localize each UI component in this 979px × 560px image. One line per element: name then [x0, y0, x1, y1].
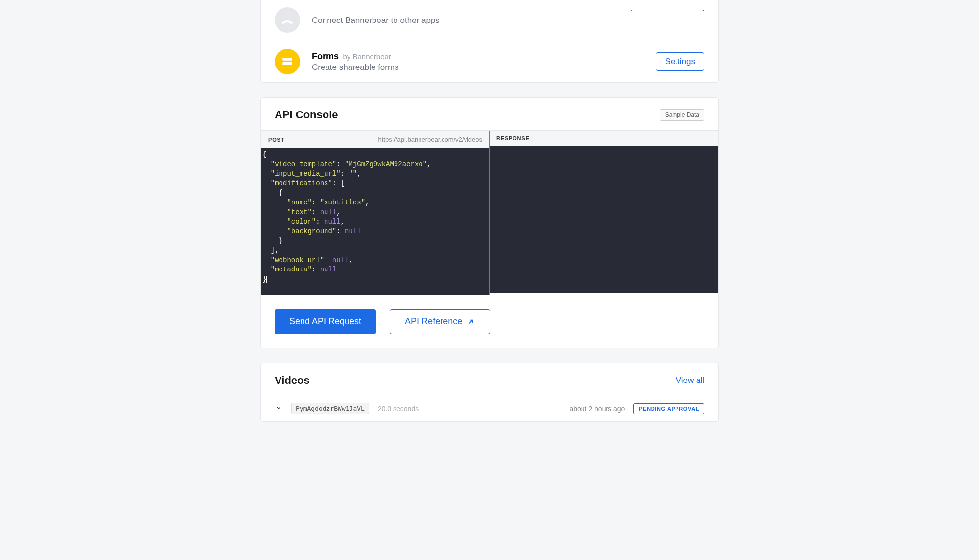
request-url: https://api.bannerbear.com/v2/videos	[378, 136, 482, 143]
forms-subtitle: Create shareable forms	[312, 63, 399, 72]
view-all-link[interactable]: View all	[676, 376, 704, 385]
metadata-value: null	[320, 266, 337, 273]
connect-subtitle: Connect Bannerbear to other apps	[312, 16, 440, 25]
request-body-editor[interactable]: { "video_template": "MjGmZg9wkAM92aerxo"…	[261, 148, 489, 295]
send-api-request-button[interactable]: Send API Request	[275, 309, 376, 334]
forms-byline: by Bannerbear	[343, 52, 391, 61]
chevron-down-icon[interactable]	[275, 404, 282, 414]
api-console-title: API Console	[275, 109, 338, 121]
webhook-value: null	[332, 256, 349, 264]
video-template-value: MjGmZg9wkAM92aerxo	[349, 160, 422, 168]
video-timeago: about 2 hours ago	[569, 405, 625, 413]
mod-bg-value: null	[345, 227, 361, 235]
svg-rect-1	[282, 62, 292, 65]
video-row[interactable]: PymAgdodzrBWw1JaVL 20.0 seconds about 2 …	[261, 396, 718, 421]
videos-title: Videos	[275, 374, 310, 387]
forms-settings-button[interactable]: Settings	[656, 52, 704, 71]
api-reference-button[interactable]: API Reference	[390, 309, 490, 334]
svg-rect-0	[282, 58, 292, 60]
partial-button[interactable]	[631, 10, 704, 18]
forms-title: Forms	[312, 51, 339, 61]
video-duration: 20.0 seconds	[378, 405, 419, 413]
response-body	[490, 146, 718, 293]
sample-data-button[interactable]: Sample Data	[660, 109, 704, 121]
video-id: PymAgdodzrBWw1JaVL	[291, 403, 369, 414]
api-reference-label: API Reference	[405, 316, 462, 327]
mod-name-value: subtitles	[324, 199, 361, 206]
status-badge: PENDING APPROVAL	[633, 403, 704, 414]
external-link-icon	[467, 318, 475, 326]
connect-icon	[275, 7, 300, 33]
mod-text-value: null	[320, 208, 337, 216]
response-label: RESPONSE	[496, 135, 530, 141]
forms-icon	[275, 49, 300, 74]
request-method-label: POST	[268, 137, 284, 143]
arc-icon	[280, 13, 295, 27]
mod-color-value: null	[324, 218, 341, 225]
editor-cursor	[266, 276, 267, 283]
forms-glyph	[281, 55, 294, 68]
